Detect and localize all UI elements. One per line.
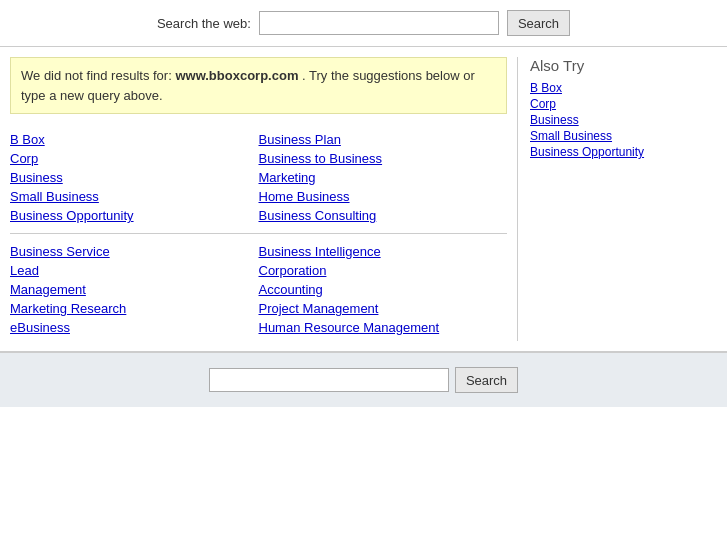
link-small-business[interactable]: Small Business <box>10 187 259 206</box>
link-group-col2-g2: Business Intelligence Corporation Accoun… <box>259 238 508 341</box>
link-marketing[interactable]: Marketing <box>259 168 508 187</box>
also-try-links: B Box Corp Business Small Business Busin… <box>530 80 717 160</box>
link-home-business[interactable]: Home Business <box>259 187 508 206</box>
link-group-col2-g1: Business Plan Business to Business Marke… <box>259 126 508 229</box>
notice-box: We did not find results for: www.bboxcor… <box>10 57 507 114</box>
search-input-top[interactable] <box>259 11 499 35</box>
search-label: Search the web: <box>157 16 251 31</box>
link-business-consulting[interactable]: Business Consulting <box>259 206 508 225</box>
link-business-to-business[interactable]: Business to Business <box>259 149 508 168</box>
notice-domain: www.bboxcorp.com <box>175 68 298 83</box>
link-corporation[interactable]: Corporation <box>259 261 508 280</box>
links-grid: B Box Corp Business Small Business Busin… <box>10 126 507 341</box>
also-try-corp[interactable]: Corp <box>530 96 717 112</box>
link-group-col1-g1: B Box Corp Business Small Business Busin… <box>10 126 259 229</box>
also-try-business[interactable]: Business <box>530 112 717 128</box>
also-try-small-business[interactable]: Small Business <box>530 128 717 144</box>
divider <box>10 233 507 234</box>
notice-prefix: We did not find results for: <box>21 68 172 83</box>
link-project-management[interactable]: Project Management <box>259 299 508 318</box>
search-button-top[interactable]: Search <box>507 10 570 36</box>
header: Search the web: Search <box>0 0 727 47</box>
link-group-col1-g2: Business Service Lead Management Marketi… <box>10 238 259 341</box>
link-human-resource-management[interactable]: Human Resource Management <box>259 318 508 337</box>
also-try-business-opportunity[interactable]: Business Opportunity <box>530 144 717 160</box>
bottom-search-bar: Search <box>0 352 727 407</box>
link-business[interactable]: Business <box>10 168 259 187</box>
link-business-plan[interactable]: Business Plan <box>259 130 508 149</box>
link-business-service[interactable]: Business Service <box>10 242 259 261</box>
link-accounting[interactable]: Accounting <box>259 280 508 299</box>
search-button-bottom[interactable]: Search <box>455 367 518 393</box>
link-business-opportunity[interactable]: Business Opportunity <box>10 206 259 225</box>
main-content: We did not find results for: www.bboxcor… <box>0 47 727 352</box>
also-try-b-box[interactable]: B Box <box>530 80 717 96</box>
link-management[interactable]: Management <box>10 280 259 299</box>
also-try-title: Also Try <box>530 57 717 74</box>
link-marketing-research[interactable]: Marketing Research <box>10 299 259 318</box>
link-ebusiness[interactable]: eBusiness <box>10 318 259 337</box>
link-business-intelligence[interactable]: Business Intelligence <box>259 242 508 261</box>
link-b-box[interactable]: B Box <box>10 130 259 149</box>
link-lead[interactable]: Lead <box>10 261 259 280</box>
right-section: Also Try B Box Corp Business Small Busin… <box>517 57 717 341</box>
link-corp[interactable]: Corp <box>10 149 259 168</box>
left-section: We did not find results for: www.bboxcor… <box>10 57 507 341</box>
search-input-bottom[interactable] <box>209 368 449 392</box>
